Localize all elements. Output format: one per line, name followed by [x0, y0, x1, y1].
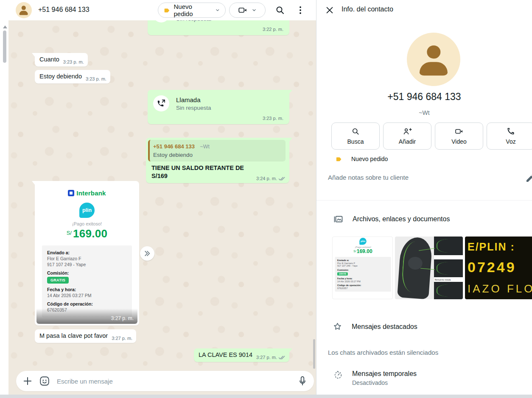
- chat-list-edge: [0, 0, 8, 395]
- contact-avatar[interactable]: [407, 33, 460, 86]
- payment-amount: S/169.00: [36, 227, 137, 240]
- video-call-button[interactable]: Video: [435, 122, 483, 150]
- message-input[interactable]: [56, 377, 291, 385]
- avatar[interactable]: [16, 2, 32, 18]
- media-links-docs-row[interactable]: Archivos, enlaces y documentos: [333, 214, 450, 224]
- message-with-quote[interactable]: +51 946 684 133 ~Wt Estoy debiendo TIENE…: [146, 138, 289, 183]
- contact-phone: +51 946 684 133: [316, 91, 532, 103]
- emoji-icon[interactable]: [39, 376, 50, 387]
- chevron-down-icon: [215, 8, 220, 13]
- forward-message-button[interactable]: [140, 246, 154, 261]
- contact-info-header: Info. del contacto: [316, 0, 532, 20]
- message-text: M pasa la clave pot favor: [39, 332, 108, 340]
- attach-plus-icon[interactable]: [22, 376, 33, 387]
- add-contact-button[interactable]: Añadir: [383, 122, 431, 150]
- search-icon[interactable]: [275, 5, 285, 15]
- media-thumb-payment-info[interactable]: E/PLIN : 07249 IAZO FLO: [465, 237, 532, 299]
- message-time: 3:23 p. m.: [63, 59, 84, 64]
- delivered-checks-icon: [278, 355, 286, 360]
- plin-logo: plin: [359, 238, 367, 245]
- timer-icon: [333, 370, 343, 379]
- message-composer: [16, 371, 314, 391]
- call-subtitle: Sin respuesta: [176, 20, 211, 22]
- quote-sender: +51 946 684 133: [153, 143, 195, 150]
- message-time: 3:24 p. m.: [256, 176, 286, 181]
- chat-scrollbar[interactable]: [313, 339, 315, 369]
- kebab-menu-icon[interactable]: [295, 5, 305, 15]
- media-thumb-receipt[interactable]: plin ¡Pago exitoso! S/169.00 Enviado a: …: [332, 237, 393, 299]
- call-made-icon: [153, 20, 169, 22]
- message-incoming[interactable]: Estoy debiendo 3:23 p. m.: [35, 70, 110, 83]
- chat-label-text: Nuevo pedido: [351, 156, 388, 162]
- contact-about: ~Wt: [316, 109, 532, 116]
- video-call-button[interactable]: [229, 3, 266, 18]
- quote-sender-about: ~Wt: [200, 144, 210, 150]
- media-thumbnails: plin ¡Pago exitoso! S/169.00 Enviado a: …: [332, 237, 532, 299]
- close-icon[interactable]: [325, 6, 334, 15]
- disappearing-messages-row[interactable]: Mensajes temporales Desactivados: [333, 370, 417, 386]
- whatsapp-window: +51 946 684 133 Nuevo pedido Llamada: [0, 0, 532, 398]
- receipt-details: Enviado a: Flor E Garriazo F 917 107 249…: [42, 245, 132, 317]
- plin-logo: plin: [79, 203, 95, 218]
- message-call-cut[interactable]: Llamada Sin respuesta 3:22 p. m.: [148, 20, 289, 35]
- message-time: 3:27 p. m.: [112, 336, 132, 341]
- mic-icon[interactable]: [297, 376, 308, 387]
- message-call[interactable]: Llamada Sin respuesta 3:23 p. m.: [148, 90, 289, 124]
- scroll-up-arrow[interactable]: [3, 25, 7, 28]
- media-gallery-icon: [333, 214, 343, 224]
- edit-notes-icon[interactable]: [525, 173, 532, 183]
- quoted-message[interactable]: +51 946 684 133 ~Wt Estoy debiendo: [148, 140, 286, 161]
- left-scrollbar[interactable]: [3, 31, 6, 63]
- chat-title-phone[interactable]: +51 946 684 133: [38, 6, 90, 14]
- payment-status: ¡Pago exitoso!: [36, 221, 137, 226]
- order-label-text: Nuevo pedido: [174, 3, 212, 17]
- message-image[interactable]: Interbank plin ¡Pago exitoso! S/169.00 E…: [35, 181, 139, 326]
- chat-label-row[interactable]: Nuevo pedido: [335, 156, 388, 162]
- forward-icon: [143, 250, 151, 257]
- contact-actions: Busca Añadir Video Voz: [331, 122, 532, 150]
- call-made-icon: [153, 95, 169, 111]
- label-tag-icon: [163, 7, 171, 14]
- contact-info-panel: Info. del contacto +51 946 684 133 ~Wt B…: [316, 0, 532, 395]
- message-text: Cuanto: [39, 56, 59, 64]
- message-incoming[interactable]: M pasa la clave pot favor 3:27 p. m.: [35, 329, 136, 343]
- client-notes-field[interactable]: Añade notas sobre tu cliente: [328, 174, 523, 181]
- order-label-button[interactable]: Nuevo pedido: [158, 3, 226, 18]
- chat-conversation: Llamada Sin respuesta 3:22 p. m. Cuanto …: [8, 20, 316, 395]
- message-time: 3:23 p. m.: [153, 116, 283, 121]
- message-text: TIENE UN SALDO RETANTE DE S/169: [151, 164, 252, 180]
- media-thumb-product[interactable]: Refuerzo rótula: [395, 237, 463, 299]
- voice-call-button[interactable]: Voz: [487, 122, 532, 150]
- message-time: 3:22 p. m.: [153, 27, 283, 32]
- search-icon: [351, 127, 360, 136]
- payment-receipt-image[interactable]: Interbank plin ¡Pago exitoso! S/169.00 E…: [36, 183, 137, 324]
- person-icon: [19, 6, 29, 15]
- video-camera-icon: [238, 6, 247, 15]
- label-tag-icon: [335, 156, 342, 162]
- search-chat-button[interactable]: Busca: [331, 122, 380, 150]
- video-camera-icon: [454, 127, 464, 136]
- free-fee-badge: GRATIS: [47, 277, 69, 284]
- message-time: 3:27 p. m.: [256, 355, 286, 360]
- delivered-checks-icon: [278, 176, 286, 181]
- message-outgoing[interactable]: LA CLAVE ES 9014 3:27 p. m.: [194, 348, 289, 362]
- call-title: Llamada: [176, 96, 211, 103]
- quote-text: Estoy debiendo: [153, 152, 281, 158]
- call-subtitle: Sin respuesta: [176, 105, 211, 111]
- product-caption: Refuerzo rótula: [434, 278, 450, 281]
- person-add-icon: [403, 127, 412, 136]
- section-divider: [316, 200, 532, 200]
- interbank-logo-icon: [68, 190, 74, 196]
- horizontal-scrollbar[interactable]: [0, 395, 532, 398]
- panel-title: Info. del contacto: [342, 6, 393, 13]
- phone-icon: [507, 127, 515, 136]
- message-time: 3:27 p. m.: [111, 315, 134, 321]
- chevron-down-icon: [252, 8, 257, 13]
- message-text: Estoy debiendo: [39, 72, 82, 81]
- message-text: LA CLAVE ES 9014: [199, 351, 252, 359]
- star-icon: [333, 322, 342, 331]
- knee-sleeve-graphic: [397, 237, 433, 299]
- message-incoming[interactable]: Cuanto 3:23 p. m.: [35, 53, 88, 67]
- archived-chats-note: Los chats archivados están silenciados: [328, 349, 438, 356]
- starred-messages-row[interactable]: Mensajes destacados: [333, 322, 417, 331]
